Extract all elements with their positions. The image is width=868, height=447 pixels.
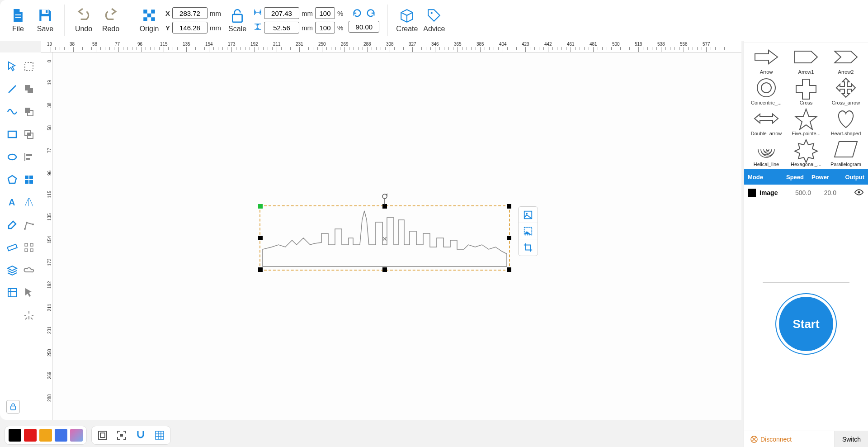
rotate-cw-icon[interactable] <box>366 8 376 18</box>
intersect-tool[interactable] <box>22 128 36 141</box>
snap-icon[interactable] <box>134 429 147 442</box>
svg-rect-37 <box>30 243 33 246</box>
save-button[interactable]: Save <box>32 5 59 36</box>
width-input[interactable] <box>264 7 299 19</box>
pointer-tool[interactable] <box>22 286 36 300</box>
handle-bl[interactable] <box>258 267 263 272</box>
eraser-tool[interactable] <box>5 218 19 232</box>
ctx-trace-icon[interactable] <box>519 223 538 239</box>
switch-button[interactable]: Switch <box>835 431 868 447</box>
svg-rect-30 <box>29 180 33 184</box>
start-button[interactable]: Start <box>779 297 833 351</box>
shape-cross_arrow[interactable]: Cross_arrow <box>826 76 865 105</box>
select-tool[interactable] <box>5 60 19 73</box>
connection-status[interactable]: Disconnect <box>744 436 835 443</box>
color-swatch-4[interactable] <box>70 429 83 442</box>
center-cross-icon: ✕ <box>382 235 387 243</box>
shape-hexagonal_...[interactable]: Hexagonal_... <box>787 137 826 167</box>
x-label: X <box>165 10 170 17</box>
handle-ml[interactable] <box>258 236 263 240</box>
layer-color-swatch <box>748 189 756 197</box>
shape-five-pointe...[interactable]: Five-pointe... <box>787 106 826 136</box>
x-input[interactable] <box>172 7 208 19</box>
file-button[interactable]: File <box>5 5 32 36</box>
rotation-handle[interactable] <box>381 194 388 206</box>
lock-button[interactable] <box>6 400 20 414</box>
fit-selection-icon[interactable] <box>115 429 128 442</box>
origin-button[interactable]: Origin <box>136 5 163 36</box>
handle-mr[interactable] <box>507 236 511 240</box>
show-grid-icon[interactable] <box>153 429 166 442</box>
shape-arrow2[interactable]: Arrow2 <box>826 45 865 75</box>
file-label: File <box>12 25 24 33</box>
cloud-tool[interactable] <box>22 263 36 277</box>
svg-point-57 <box>761 83 771 93</box>
subtract-tool[interactable] <box>22 105 36 119</box>
laser-tool[interactable] <box>22 309 36 322</box>
fit-screen-icon[interactable] <box>96 429 109 442</box>
selected-image[interactable]: ✕ <box>260 206 509 270</box>
layers-tool[interactable] <box>5 263 19 277</box>
rotation-input[interactable] <box>349 21 379 33</box>
path-edit-tool[interactable] <box>22 218 36 232</box>
svg-point-33 <box>26 222 28 224</box>
shape-library: ArrowArrow1Arrow2Concentric_...CrossCros… <box>744 43 868 169</box>
shape-concentric_...[interactable]: Concentric_... <box>747 76 786 105</box>
undo-button[interactable]: Undo <box>70 5 97 36</box>
svg-rect-25 <box>26 158 30 160</box>
col-mode: Mode <box>744 174 780 181</box>
shape-arrow1[interactable]: Arrow1 <box>787 45 826 75</box>
h-pct: % <box>337 24 343 32</box>
redo-button[interactable]: Redo <box>97 5 124 36</box>
svg-rect-8 <box>151 17 155 21</box>
ctx-image-icon[interactable] <box>519 207 538 223</box>
handle-br[interactable] <box>507 267 511 272</box>
scale-button[interactable]: Scale <box>224 5 251 36</box>
handle-bm[interactable] <box>382 267 387 272</box>
canvas[interactable]: ✕ <box>52 52 741 420</box>
curve-tool[interactable] <box>5 105 19 119</box>
ellipse-tool[interactable] <box>5 150 19 164</box>
wh-size: mm % mm % <box>254 7 343 33</box>
array-tool[interactable] <box>22 241 36 254</box>
line-tool[interactable] <box>5 82 19 96</box>
shape-helical_line[interactable]: Helical_line <box>747 137 786 167</box>
svg-rect-24 <box>26 154 32 156</box>
text-tool[interactable]: A <box>5 195 19 209</box>
align-tool[interactable] <box>22 150 36 164</box>
svg-rect-35 <box>7 244 17 251</box>
rotate-ccw-icon[interactable] <box>352 8 362 18</box>
color-swatch-0[interactable] <box>9 429 21 442</box>
layer-row[interactable]: Image 500.0 20.0 <box>744 185 868 201</box>
undo-label: Undo <box>75 25 92 33</box>
polygon-tool[interactable] <box>5 173 19 186</box>
y-input[interactable] <box>172 22 208 33</box>
union-tool[interactable] <box>22 82 36 96</box>
color-swatch-3[interactable] <box>55 429 67 442</box>
shape-arrow[interactable]: Arrow <box>747 45 786 75</box>
height-input[interactable] <box>264 22 299 33</box>
svg-rect-27 <box>25 176 28 179</box>
shape-heart-shaped[interactable]: Heart-shaped <box>826 106 865 136</box>
ruler-tool[interactable] <box>5 241 19 254</box>
shape-parallelogram[interactable]: Parallelogram <box>826 137 865 167</box>
svg-point-22 <box>8 154 16 160</box>
height-pct-input[interactable] <box>315 22 335 33</box>
width-pct-input[interactable] <box>315 7 335 19</box>
crop-tool[interactable] <box>5 286 19 300</box>
svg-rect-39 <box>30 249 33 252</box>
create-button[interactable]: Create <box>393 5 420 36</box>
grid-tool[interactable] <box>22 173 36 186</box>
rect-tool[interactable] <box>5 128 19 141</box>
advice-button[interactable]: Advice <box>420 5 448 36</box>
mirror-tool[interactable] <box>22 195 36 209</box>
handle-origin[interactable] <box>258 204 263 209</box>
layer-visibility[interactable] <box>836 189 868 197</box>
color-swatch-1[interactable] <box>24 429 37 442</box>
marquee-tool[interactable] <box>22 60 36 73</box>
shape-cross[interactable]: Cross <box>787 76 826 105</box>
shape-double_arrow[interactable]: Double_arrow <box>747 106 786 136</box>
ctx-crop-icon[interactable] <box>519 239 538 256</box>
color-swatch-2[interactable] <box>39 429 52 442</box>
handle-tr[interactable] <box>507 204 511 209</box>
